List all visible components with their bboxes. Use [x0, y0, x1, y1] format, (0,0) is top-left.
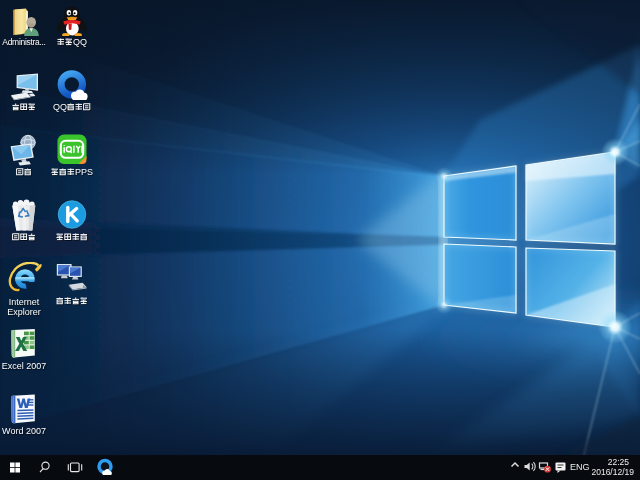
svg-text:PPS: PPS — [75, 167, 93, 177]
svg-text:22:25: 22:25 — [608, 457, 630, 467]
svg-text:ENG: ENG — [570, 462, 590, 472]
svg-text:2016/12/19: 2016/12/19 — [591, 467, 634, 477]
svg-text:QQ: QQ — [53, 102, 67, 112]
svg-text:QQ: QQ — [73, 37, 87, 47]
